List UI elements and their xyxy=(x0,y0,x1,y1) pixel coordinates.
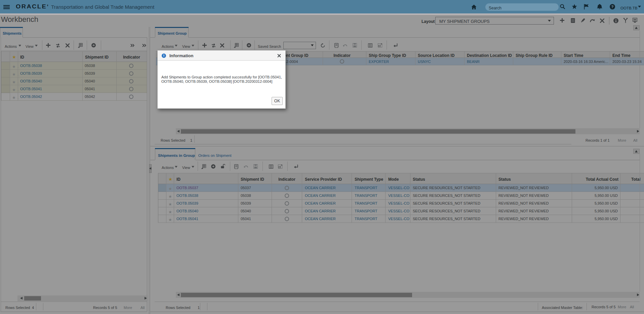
svg-text:?: ? xyxy=(611,5,613,9)
